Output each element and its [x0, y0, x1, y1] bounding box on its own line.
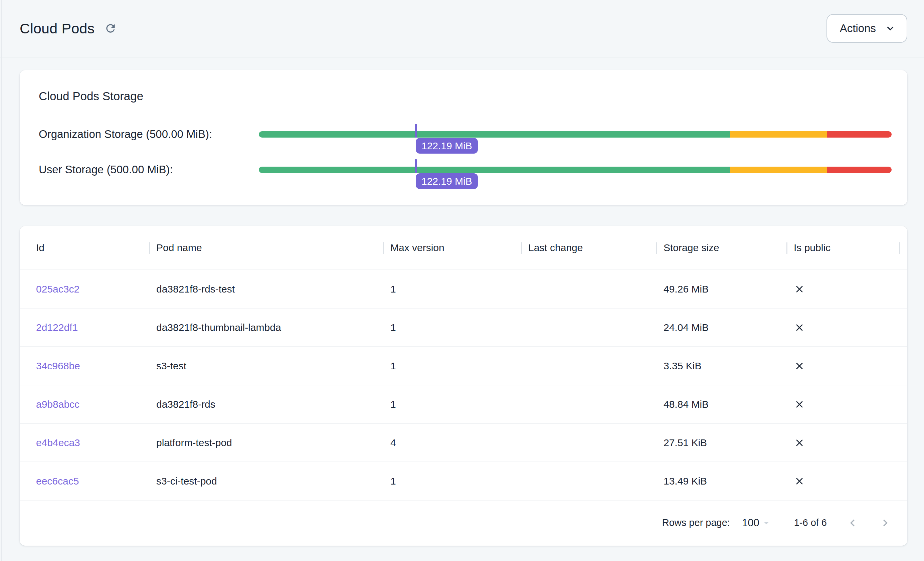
organization-storage-bar: 122.19 MiB: [259, 124, 892, 144]
storage-size-cell: 49.26 MiB: [656, 284, 786, 295]
usage-marker: [415, 124, 417, 138]
pod-name-cell: da3821f8-rds: [149, 399, 383, 410]
pod-name-cell: da3821f8-thumbnail-lambda: [149, 322, 383, 333]
max-version-cell: 1: [383, 476, 521, 487]
column-header-last-change[interactable]: Last change: [521, 242, 656, 254]
table-row[interactable]: 34c968bes3-test13.35 KiB: [20, 347, 907, 386]
column-separator: [383, 242, 384, 254]
user-storage-row: User Storage (500.00 MiB): 122.19 MiB: [39, 160, 892, 180]
user-storage-bar: 122.19 MiB: [259, 160, 892, 180]
max-version-cell: 1: [383, 322, 521, 333]
bar-segment-warning: [730, 166, 827, 173]
bar-segment-critical: [827, 131, 892, 138]
table-row[interactable]: e4b4eca3platform-test-pod427.51 KiB: [20, 424, 907, 462]
column-header-id[interactable]: Id: [20, 242, 149, 254]
column-header-pod-name[interactable]: Pod name: [149, 242, 383, 254]
column-separator: [899, 242, 900, 254]
is-public-cell: [786, 284, 907, 295]
pod-name-cell: platform-test-pod: [149, 437, 383, 448]
storage-size-cell: 27.51 KiB: [656, 437, 786, 448]
pod-id-link[interactable]: a9b8abcc: [36, 399, 80, 410]
page-header: Cloud Pods Actions: [0, 0, 924, 57]
actions-button-label: Actions: [840, 22, 876, 35]
not-public-icon: [794, 360, 907, 372]
storage-size-cell: 13.49 KiB: [656, 476, 786, 487]
pod-id-link[interactable]: 2d122df1: [36, 322, 78, 333]
actions-button[interactable]: Actions: [826, 14, 907, 43]
column-separator: [521, 242, 522, 254]
organization-storage-label: Organization Storage (500.00 MiB):: [39, 128, 259, 141]
refresh-icon: [104, 22, 117, 35]
organization-storage-row: Organization Storage (500.00 MiB): 122.1…: [39, 124, 892, 144]
cloud-pods-table-card: Id Pod name Max version Last change Stor…: [20, 226, 907, 546]
rows-per-page-value: 100: [742, 517, 759, 529]
max-version-cell: 4: [383, 437, 521, 448]
is-public-cell: [786, 322, 907, 333]
storage-size-cell: 48.84 MiB: [656, 399, 786, 410]
pod-id-link[interactable]: e4b4eca3: [36, 437, 80, 448]
column-header-is-public[interactable]: Is public: [786, 242, 907, 254]
page-left-divider: [1, 0, 2, 561]
table-row[interactable]: 2d122df1da3821f8-thumbnail-lambda124.04 …: [20, 309, 907, 347]
table-pagination: Rows per page: 100 1-6 of 6: [20, 501, 907, 545]
usage-value-badge: 122.19 MiB: [416, 173, 478, 189]
column-separator: [786, 242, 788, 254]
pod-name-cell: s3-ci-test-pod: [149, 476, 383, 487]
max-version-cell: 1: [383, 284, 521, 295]
storage-size-cell: 3.35 KiB: [656, 360, 786, 372]
cloud-pods-storage-card: Cloud Pods Storage Organization Storage …: [20, 70, 907, 205]
table-header-row: Id Pod name Max version Last change Stor…: [20, 226, 907, 270]
table-row[interactable]: 025ac3c2da3821f8-rds-test149.26 MiB: [20, 270, 907, 309]
pagination-range-label: 1-6 of 6: [794, 517, 827, 528]
not-public-icon: [794, 322, 907, 333]
select-caret-icon: [761, 517, 772, 529]
bar-segment-warning: [730, 131, 827, 138]
previous-page-button[interactable]: [846, 516, 860, 530]
is-public-cell: [786, 399, 907, 410]
pod-name-cell: s3-test: [149, 360, 383, 372]
column-separator: [656, 242, 657, 254]
pod-id-link[interactable]: eec6cac5: [36, 476, 79, 486]
not-public-icon: [794, 399, 907, 410]
table-body: 025ac3c2da3821f8-rds-test149.26 MiB2d122…: [20, 270, 907, 501]
storage-usage-bar: [259, 131, 892, 138]
column-separator: [149, 242, 150, 254]
column-header-storage-size[interactable]: Storage size: [656, 242, 786, 254]
storage-size-cell: 24.04 MiB: [656, 322, 786, 333]
pod-id-link[interactable]: 025ac3c2: [36, 284, 80, 294]
rows-per-page-select[interactable]: 100: [742, 517, 772, 529]
page-title: Cloud Pods: [20, 20, 94, 37]
table-row[interactable]: a9b8abccda3821f8-rds148.84 MiB: [20, 386, 907, 424]
usage-value-badge: 122.19 MiB: [416, 138, 478, 154]
is-public-cell: [786, 476, 907, 487]
not-public-icon: [794, 437, 907, 448]
pod-name-cell: da3821f8-rds-test: [149, 284, 383, 295]
bar-segment-safe: [259, 166, 730, 173]
storage-card-title: Cloud Pods Storage: [39, 90, 143, 103]
refresh-button[interactable]: [103, 21, 118, 36]
user-storage-label: User Storage (500.00 MiB):: [39, 163, 259, 176]
not-public-icon: [794, 284, 907, 295]
bar-segment-critical: [827, 166, 892, 173]
column-header-max-version[interactable]: Max version: [383, 242, 521, 254]
is-public-cell: [786, 360, 907, 372]
pod-id-link[interactable]: 34c968be: [36, 360, 80, 371]
chevron-left-icon: [846, 516, 860, 530]
is-public-cell: [786, 437, 907, 448]
next-page-button[interactable]: [878, 516, 892, 530]
usage-marker: [415, 159, 417, 173]
max-version-cell: 1: [383, 399, 521, 410]
chevron-right-icon: [878, 516, 892, 530]
table-row[interactable]: eec6cac5s3-ci-test-pod113.49 KiB: [20, 462, 907, 501]
storage-usage-bar: [259, 166, 892, 173]
rows-per-page-label: Rows per page:: [662, 517, 730, 528]
not-public-icon: [794, 476, 907, 487]
chevron-down-icon: [884, 22, 897, 35]
max-version-cell: 1: [383, 360, 521, 372]
bar-segment-safe: [259, 131, 730, 138]
